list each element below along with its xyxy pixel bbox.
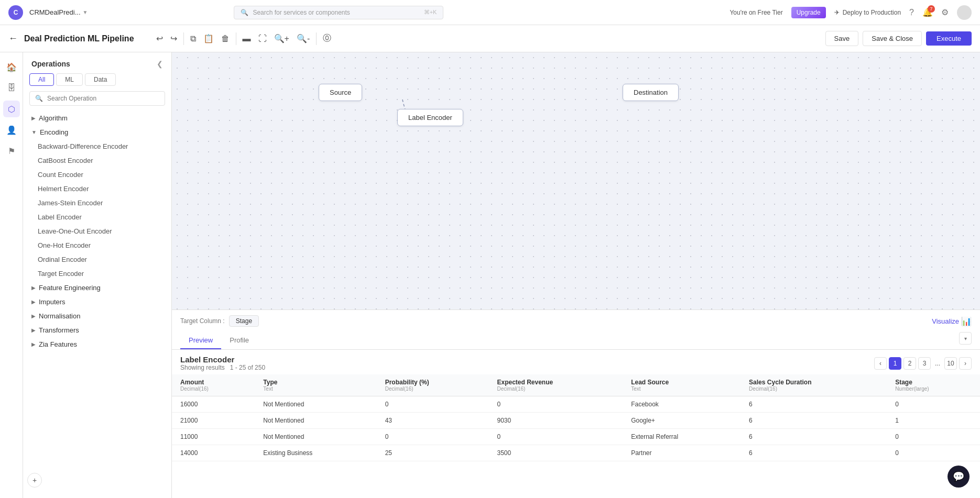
chevron-right-icon-trans: ▶ <box>31 327 36 333</box>
canvas[interactable]: Source Destination Label Encoder <box>172 52 980 309</box>
page-3-button[interactable]: 3 <box>918 357 931 370</box>
col-probability: Probability (%) Decimal(16) <box>377 374 489 396</box>
save-button[interactable]: Save <box>825 31 859 46</box>
execute-button[interactable]: Execute <box>926 31 972 46</box>
section-imputers-label: Imputers <box>39 298 66 306</box>
section-trans-header[interactable]: ▶ Transformers <box>23 323 171 337</box>
cell-1-4: Google+ <box>623 413 741 429</box>
page-1-button[interactable]: 1 <box>889 357 901 370</box>
section-imputers-header[interactable]: ▶ Imputers <box>23 295 171 309</box>
pipeline-bar: ← Deal Prediction ML Pipeline ↩ ↪ ⧉ 📋 🗑 … <box>0 25 980 52</box>
table-body: 16000Not Mentioned00Facebook6021000Not M… <box>172 396 980 461</box>
target-col-value: Stage <box>229 315 259 327</box>
tab-preview[interactable]: Preview <box>180 332 221 349</box>
cell-2-6: 0 <box>887 429 980 445</box>
save-close-button[interactable]: Save & Close <box>863 31 922 46</box>
section-zia-header[interactable]: ▶ Zia Features <box>23 337 171 351</box>
cell-3-6: 0 <box>887 445 980 461</box>
item-ordinal[interactable]: Ordinal Encoder <box>38 252 171 267</box>
toolbar-divider-1 <box>183 32 184 45</box>
item-backward-difference[interactable]: Backward-Difference Encoder <box>38 139 171 153</box>
settings-icon[interactable]: ⚙ <box>941 7 949 17</box>
next-page-button[interactable]: › <box>959 357 972 370</box>
cell-2-2: 0 <box>377 429 489 445</box>
fullscreen-button[interactable]: ⛶ <box>255 32 270 46</box>
notifications-icon[interactable]: 🔔 7 <box>922 7 933 17</box>
chevron-right-icon: ▶ <box>31 115 36 121</box>
item-count-encoder[interactable]: Count Encoder <box>38 168 171 182</box>
tab-profile[interactable]: Profile <box>221 332 257 349</box>
tab-all[interactable]: All <box>29 73 54 86</box>
item-label-encoder[interactable]: Label Encoder <box>38 210 171 224</box>
tab-data[interactable]: Data <box>85 73 116 86</box>
home-icon[interactable]: 🏠 <box>3 59 20 75</box>
flag-icon[interactable]: ⚑ <box>3 142 20 159</box>
target-col-label: Target Column : <box>180 317 225 325</box>
back-button[interactable]: ← <box>8 33 18 44</box>
preview-header: Label Encoder Showing results 1 - 25 of … <box>172 350 980 374</box>
item-leave-one-out[interactable]: Leave-One-Out Encoder <box>38 224 171 238</box>
cell-2-1: Not Mentioned <box>255 429 376 445</box>
label-encoder-node[interactable]: Label Encoder <box>397 109 463 126</box>
canvas-svg <box>172 52 980 309</box>
cell-0-4: Facebook <box>623 396 741 413</box>
users-icon[interactable]: 👤 <box>3 121 20 138</box>
toolbar-divider-2 <box>236 32 236 45</box>
chevron-right-icon-fe: ▶ <box>31 285 36 291</box>
zoom-out-button[interactable]: 🔍- <box>293 31 313 46</box>
cell-3-3: 3500 <box>488 445 623 461</box>
visualize-button[interactable]: Visualize 📊 <box>932 316 972 326</box>
table-row: 11000Not Mentioned00External Referral60 <box>172 429 980 445</box>
section-transformers: ▶ Transformers <box>23 323 171 337</box>
add-button[interactable]: + <box>27 473 42 488</box>
global-search[interactable]: 🔍 Search for services or components ⌘+K <box>234 6 443 19</box>
search-input[interactable] <box>47 95 159 102</box>
item-helmert[interactable]: Helmert Encoder <box>38 182 171 196</box>
item-target-encoder[interactable]: Target Encoder <box>38 267 171 281</box>
redo-button[interactable]: ↪ <box>167 31 180 46</box>
avatar[interactable] <box>957 5 972 20</box>
deploy-button[interactable]: ✈ Deploy to Production <box>834 9 901 16</box>
prev-page-button[interactable]: ‹ <box>874 357 887 370</box>
section-encoding-header[interactable]: ▼ Encoding <box>23 125 171 139</box>
ops-list: ▶ Algorithm ▼ Encoding Backward-Differen… <box>23 111 171 498</box>
tab-dropdown-button[interactable]: ▾ <box>959 332 972 345</box>
duplicate-button[interactable]: ⧉ <box>187 32 199 46</box>
pipeline-icon[interactable]: ⬡ <box>3 101 20 117</box>
zoom-in-button[interactable]: 🔍+ <box>271 31 292 46</box>
table-container: Amount Decimal(16) Type Text Probability… <box>172 374 980 498</box>
cell-0-3: 0 <box>488 396 623 413</box>
cell-0-1: Not Mentioned <box>255 396 376 413</box>
cell-0-0: 16000 <box>172 396 255 413</box>
upgrade-button[interactable]: Upgrade <box>791 7 826 18</box>
search-icon: 🔍 <box>241 9 248 16</box>
cell-0-2: 0 <box>377 396 489 413</box>
section-fe-header[interactable]: ▶ Feature Engineering <box>23 281 171 295</box>
delete-button[interactable]: 🗑 <box>218 32 233 46</box>
database-icon[interactable]: 🗄 <box>3 80 20 96</box>
main-layout: 🏠 🗄 ⬡ 👤 ⚑ Operations ❮ All ML Data 🔍 ▶ A… <box>0 52 980 498</box>
view-button[interactable]: ▬ <box>239 32 254 46</box>
section-norm-header[interactable]: ▶ Normalisation <box>23 309 171 323</box>
page-last-button[interactable]: 10 <box>944 357 957 370</box>
section-zia-label: Zia Features <box>39 340 77 348</box>
app-name[interactable]: CRMDealPredi... ▼ <box>29 8 88 16</box>
item-catboost[interactable]: CatBoost Encoder <box>38 153 171 168</box>
page-2-button[interactable]: 2 <box>903 357 916 370</box>
help-button[interactable]: ⓪ <box>320 31 334 46</box>
toolbar-divider-3 <box>316 32 317 45</box>
copy-button[interactable]: 📋 <box>200 31 217 46</box>
undo-button[interactable]: ↩ <box>153 31 166 46</box>
chat-bubble-button[interactable]: 💬 <box>948 466 970 488</box>
item-james-stein[interactable]: James-Stein Encoder <box>38 196 171 210</box>
tab-ml[interactable]: ML <box>56 73 83 86</box>
preview-subtitle: Showing results 1 - 25 of 250 <box>180 364 265 371</box>
help-icon[interactable]: ? <box>909 8 914 17</box>
section-algorithm-header[interactable]: ▶ Algorithm <box>23 111 171 125</box>
section-encoding-label: Encoding <box>40 128 68 136</box>
source-node[interactable]: Source <box>319 84 362 101</box>
destination-node[interactable]: Destination <box>623 84 679 101</box>
ops-search[interactable]: 🔍 <box>29 91 165 106</box>
collapse-button[interactable]: ❮ <box>157 60 163 68</box>
item-one-hot[interactable]: One-Hot Encoder <box>38 238 171 252</box>
